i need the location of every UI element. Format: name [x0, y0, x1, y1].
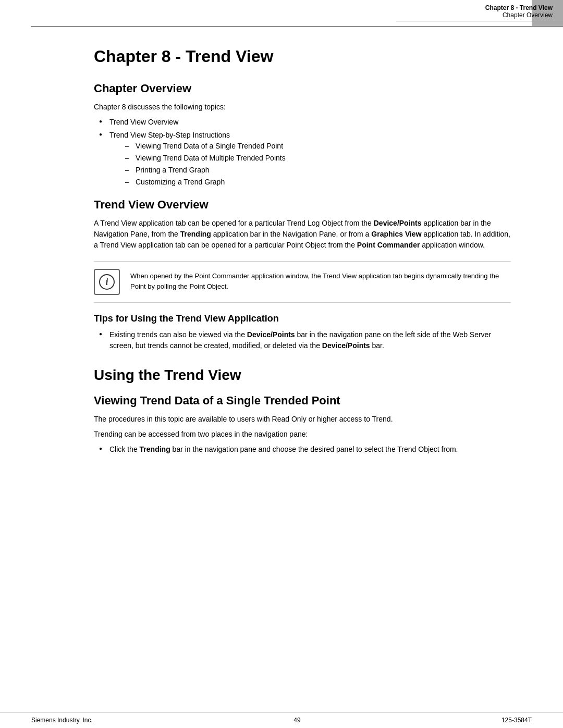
bold-graphics-view: Graphics View — [371, 230, 421, 238]
bold-point-commander: Point Commander — [357, 241, 420, 249]
bold-trending: Trending — [180, 230, 211, 238]
viewing-trend-list: Click the Trending bar in the navigation… — [94, 444, 511, 455]
list-item: Trend View Step-by-Step Instructions Vie… — [99, 130, 511, 188]
bold-device-points-tips: Device/Points — [247, 330, 295, 339]
info-box: i When opened by the Point Commander app… — [94, 261, 511, 303]
viewing-trend-para2: Trending can be accessed from two places… — [94, 429, 511, 440]
footer-right: 125-3584T — [501, 717, 532, 724]
list-item: Trend View Overview — [99, 117, 511, 128]
main-content: Chapter 8 - Trend View Chapter Overview … — [0, 31, 563, 501]
footer-left: Siemens Industry, Inc. — [31, 717, 93, 724]
footer-page: 49 — [293, 717, 300, 724]
list-item: Existing trends can also be viewed via t… — [99, 329, 511, 351]
tips-list: Existing trends can also be viewed via t… — [94, 329, 511, 351]
list-item: Customizing a Trend Graph — [125, 177, 511, 188]
list-item: Viewing Trend Data of Multiple Trended P… — [125, 153, 511, 164]
bold-device-points-tips2: Device/Points — [322, 341, 370, 350]
footer: Siemens Industry, Inc. 49 125-3584T — [0, 712, 563, 728]
chapter-overview-intro: Chapter 8 discusses the following topics… — [94, 102, 511, 113]
trend-view-overview-paragraph: A Trend View application tab can be open… — [94, 218, 511, 251]
list-item: Click the Trending bar in the navigation… — [99, 444, 511, 455]
viewing-trend-title: Viewing Trend Data of a Single Trended P… — [94, 394, 511, 408]
topics-list: Trend View Overview Trend View Step-by-S… — [94, 117, 511, 188]
using-trend-view-title: Using the Trend View — [94, 367, 511, 384]
bold-trending-bar: Trending — [140, 445, 170, 453]
header-chapter: Chapter 8 - Trend View — [396, 4, 553, 11]
tips-title: Tips for Using the Trend View Applicatio… — [94, 313, 511, 324]
list-item: Viewing Trend Data of a Single Trended P… — [125, 141, 511, 152]
top-rule — [31, 26, 563, 27]
info-icon: i — [99, 274, 115, 290]
bold-device-points: Device/Points — [374, 219, 422, 227]
header-bar: Chapter 8 - Trend View Chapter Overview — [396, 0, 563, 21]
info-box-text: When opened by the Point Commander appli… — [130, 269, 511, 291]
trend-view-overview-title: Trend View Overview — [94, 198, 511, 212]
header-section: Chapter Overview — [396, 11, 553, 19]
viewing-trend-para1: The procedures in this topic are availab… — [94, 414, 511, 425]
list-item: Printing a Trend Graph — [125, 165, 511, 176]
subtopics-list: Viewing Trend Data of a Single Trended P… — [109, 141, 511, 188]
chapter-title: Chapter 8 - Trend View — [94, 47, 511, 66]
chapter-overview-title: Chapter Overview — [94, 82, 511, 95]
info-icon-wrapper: i — [94, 269, 120, 295]
